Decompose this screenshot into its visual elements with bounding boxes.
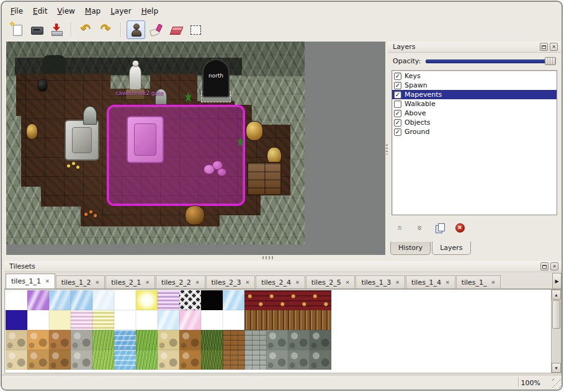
tileset-tile[interactable] (266, 290, 288, 310)
tileset-tile[interactable] (114, 350, 136, 370)
layer-visibility-checkbox[interactable] (394, 100, 401, 108)
close-tab-icon[interactable]: ✕ (295, 280, 300, 285)
tileset-tab-tiles_1_2[interactable]: tiles_1_2✕ (56, 275, 105, 288)
tileset-tile[interactable] (158, 330, 179, 350)
tileset-tile[interactable] (92, 290, 114, 310)
tileset-tile[interactable] (114, 290, 136, 310)
tileset-tile[interactable] (288, 290, 310, 310)
tileset-tile[interactable] (310, 310, 331, 330)
close-tab-icon[interactable]: ✕ (195, 280, 200, 285)
stamp-tool-button[interactable] (127, 20, 145, 39)
horizontal-splitter[interactable] (2, 255, 563, 261)
slider-handle[interactable] (545, 57, 556, 65)
menu-file[interactable]: File (6, 5, 28, 17)
menu-view[interactable]: View (52, 5, 79, 17)
tileset-tile[interactable] (136, 330, 158, 350)
brush-tool-button[interactable] (146, 20, 165, 39)
tileset-tile[interactable] (136, 310, 158, 330)
close-tab-icon[interactable]: ✕ (346, 280, 350, 285)
tileset-tile[interactable] (223, 350, 244, 370)
tileset-tab-tiles_1_1[interactable]: tiles_1_1✕ (6, 274, 55, 289)
tileset-tile[interactable] (71, 350, 92, 370)
tileset-tile[interactable] (49, 350, 71, 370)
layer-row-walkable[interactable]: Walkable (392, 99, 557, 109)
dock-tab-history[interactable]: History (390, 242, 431, 255)
menu-help[interactable]: Help (137, 5, 163, 17)
rollup-icon[interactable] (540, 43, 548, 51)
close-icon[interactable]: ✕ (550, 43, 558, 51)
tileset-tile[interactable] (71, 310, 92, 330)
menu-layer[interactable]: Layer (105, 5, 136, 17)
scroll-up-icon[interactable]: ▲ (552, 290, 561, 300)
tileset-tile[interactable] (114, 310, 136, 330)
layer-visibility-checkbox[interactable]: ✓ (394, 119, 401, 127)
tileset-tile[interactable] (201, 310, 223, 330)
lower-layer-button[interactable]: » (413, 221, 427, 234)
tileset-tile[interactable] (158, 290, 179, 310)
opacity-slider[interactable] (426, 56, 556, 66)
tileset-tile[interactable] (92, 330, 114, 350)
redo-button[interactable] (97, 20, 115, 39)
tileset-tile[interactable] (136, 350, 158, 370)
tileset-tab-tiles_2_4[interactable]: tiles_2_4✕ (256, 275, 305, 288)
eraser-tool-button[interactable] (166, 20, 185, 39)
tileset-tile[interactable] (310, 330, 331, 350)
tileset-tile[interactable] (288, 330, 310, 350)
close-tab-icon[interactable]: ✕ (395, 280, 400, 285)
tileset-tile[interactable] (179, 310, 201, 330)
tileset-tile[interactable] (223, 310, 244, 330)
tileset-tile[interactable] (27, 330, 49, 350)
save-button[interactable] (47, 20, 66, 39)
tileset-tile[interactable] (179, 330, 201, 350)
tileset-tile[interactable] (179, 290, 201, 310)
tileset-tile[interactable] (158, 310, 179, 330)
tileset-tab-tiles_2_1[interactable]: tiles_2_1✕ (105, 275, 155, 288)
layer-row-ground[interactable]: ✓Ground (392, 127, 557, 136)
tileset-tile[interactable] (6, 310, 27, 330)
tileset-tile[interactable] (49, 290, 71, 310)
layer-row-objects[interactable]: ✓Objects (392, 118, 557, 127)
close-icon[interactable]: ✕ (550, 262, 558, 270)
close-tab-icon[interactable]: ✕ (145, 280, 150, 285)
tileset-tile[interactable] (223, 330, 244, 350)
layer-visibility-checkbox[interactable]: ✓ (394, 82, 401, 89)
tileset-tile[interactable] (6, 350, 27, 370)
menu-map[interactable]: Map (80, 5, 105, 17)
tileset-tile[interactable] (27, 310, 49, 330)
tileset-tile[interactable] (266, 310, 288, 330)
tileset-scrollbar[interactable]: ▲ ▼ (551, 290, 561, 373)
layer-row-mapevents[interactable]: ✓Mapevents (392, 90, 557, 99)
tileset-tile[interactable] (288, 310, 310, 330)
tileset-tile[interactable] (71, 330, 92, 350)
close-tab-icon[interactable]: ✕ (491, 280, 496, 285)
tileset-tile[interactable] (201, 350, 223, 370)
tileset-tile[interactable] (288, 350, 310, 370)
layer-row-spawn[interactable]: ✓Spawn (392, 81, 557, 90)
scrollbar-thumb[interactable] (552, 300, 560, 329)
dock-tab-layers[interactable]: Layers (432, 241, 470, 255)
layer-row-keys[interactable]: ✓Keys (392, 71, 557, 81)
tileset-tab-tiles_2_3[interactable]: tiles_2_3✕ (206, 275, 256, 288)
layer-row-above[interactable]: ✓Above (392, 109, 557, 118)
tileset-tile[interactable] (244, 290, 266, 310)
tileset-tile[interactable] (310, 290, 331, 310)
open-button[interactable] (27, 20, 46, 39)
tileset-tile[interactable] (310, 350, 331, 370)
tileset-tile[interactable] (244, 310, 266, 330)
layer-visibility-checkbox[interactable]: ✓ (394, 91, 401, 99)
undo-button[interactable] (77, 20, 96, 39)
tileset-tile[interactable] (6, 290, 27, 310)
tileset-tab-tiles_1_[interactable]: tiles_1_✕ (456, 275, 501, 288)
tileset-tile[interactable] (266, 330, 288, 350)
tileset-tile[interactable] (244, 330, 266, 350)
tileset-tile[interactable] (158, 350, 179, 370)
tileset-tile[interactable] (266, 350, 288, 370)
tileset-tab-tiles_2_2[interactable]: tiles_2_2✕ (156, 275, 205, 288)
close-tab-icon[interactable]: ✕ (445, 280, 450, 285)
tileset-tile[interactable] (92, 350, 114, 370)
tileset-tile[interactable] (27, 290, 49, 310)
raise-layer-button[interactable]: « (393, 221, 408, 234)
tileset-tile[interactable] (71, 290, 92, 310)
tab-scroll-right-icon[interactable]: ▶ (552, 273, 562, 289)
tileset-tile[interactable] (114, 330, 136, 350)
